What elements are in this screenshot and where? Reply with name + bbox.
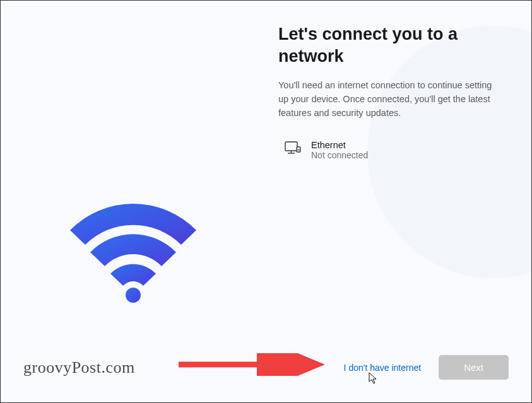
- page-description: You'll need an internet connection to co…: [278, 79, 493, 120]
- svg-point-0: [126, 288, 141, 303]
- svg-rect-1: [285, 142, 297, 151]
- network-info: Ethernet Not connected: [311, 140, 368, 160]
- svg-rect-4: [297, 147, 300, 152]
- page-title: Let's connect you to a network: [278, 23, 506, 67]
- footer-actions: I don't have internet Next: [344, 355, 509, 380]
- network-item-ethernet[interactable]: Ethernet Not connected: [278, 137, 506, 163]
- skip-internet-link[interactable]: I don't have internet: [344, 363, 422, 373]
- next-button[interactable]: Next: [439, 355, 509, 380]
- network-status: Not connected: [311, 150, 368, 160]
- footer: groovyPost.com I don't have internet Nex…: [1, 342, 531, 402]
- watermark: groovyPost.com: [23, 358, 135, 377]
- ethernet-icon: [285, 141, 301, 156]
- wifi-icon: [64, 196, 203, 303]
- network-name: Ethernet: [311, 140, 368, 150]
